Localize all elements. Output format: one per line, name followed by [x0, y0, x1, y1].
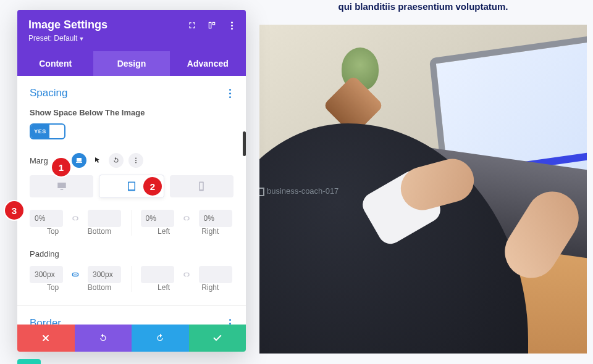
label-bottom: Bottom — [76, 227, 122, 236]
margin-menu-icon[interactable] — [128, 153, 143, 168]
padding-right-input[interactable] — [199, 266, 232, 283]
panel-header: Image Settings Preset: Default▼ — [17, 10, 246, 51]
undo-button[interactable] — [75, 325, 132, 352]
padding-bottom-input[interactable] — [88, 266, 121, 283]
caret-down-icon: ▼ — [78, 36, 84, 42]
settings-panel: Image Settings Preset: Default▼ Content … — [17, 10, 246, 352]
margin-bottom-input[interactable] — [88, 210, 121, 227]
module-outline-handle[interactable] — [259, 188, 264, 196]
panel-body[interactable]: Spacing Show Space Below The Image YES M… — [17, 76, 246, 325]
cancel-button[interactable] — [17, 325, 75, 352]
padding-top-input[interactable] — [30, 266, 63, 283]
label-bottom2: Bottom — [76, 283, 122, 292]
link-pad-top-bottom-icon[interactable] — [69, 268, 82, 281]
image-illustration: business-coach-017 — [259, 25, 587, 354]
link-top-bottom-icon[interactable] — [69, 212, 82, 225]
tab-design[interactable]: Design — [93, 51, 169, 76]
page-settings-tab[interactable] — [17, 359, 41, 364]
spacing-heading[interactable]: Spacing — [30, 87, 67, 99]
image-alt-label: business-coach-017 — [267, 186, 339, 196]
expand-icon[interactable] — [184, 17, 200, 33]
label-left: Left — [141, 227, 187, 236]
margin-top-input[interactable] — [30, 210, 63, 227]
show-space-toggle[interactable]: YES — [30, 123, 65, 139]
annotation-3: 3 — [5, 201, 23, 220]
spacing-menu-icon[interactable] — [227, 89, 233, 98]
link-pad-left-right-icon[interactable] — [180, 268, 193, 281]
device-desktop[interactable] — [30, 175, 93, 197]
padding-grid: Top Bottom Left — [30, 266, 233, 292]
label-left2: Left — [141, 283, 187, 292]
device-tabs — [30, 175, 233, 197]
panel-menu-icon[interactable] — [224, 17, 240, 33]
border-menu-icon[interactable] — [227, 319, 233, 325]
svg-point-1 — [135, 160, 137, 161]
preset-selector[interactable]: Preset: Default▼ — [28, 34, 235, 43]
link-left-right-icon[interactable] — [180, 212, 193, 225]
label-top2: Top — [30, 283, 76, 292]
snap-icon[interactable] — [204, 17, 220, 33]
margin-left-input[interactable] — [141, 210, 174, 227]
panel-footer — [17, 325, 246, 352]
show-space-label: Show Space Below The Image — [30, 108, 233, 117]
scrollbar-thumb[interactable] — [243, 131, 246, 156]
annotation-1: 1 — [52, 158, 70, 176]
border-heading[interactable]: Border — [30, 317, 61, 325]
margin-label: Marg — [30, 156, 48, 165]
reset-icon[interactable] — [109, 153, 124, 168]
tab-bar: Content Design Advanced — [17, 51, 246, 76]
redo-button[interactable] — [132, 325, 189, 352]
label-right: Right — [187, 227, 233, 236]
tab-advanced[interactable]: Advanced — [170, 51, 246, 76]
svg-point-0 — [135, 158, 137, 159]
section-border: Border — [17, 306, 246, 325]
padding-label: Padding — [30, 249, 233, 259]
responsive-toggle-icon[interactable] — [72, 153, 86, 168]
padding-left-input[interactable] — [141, 266, 174, 283]
annotation-2: 2 — [143, 177, 162, 196]
margin-right-input[interactable] — [199, 210, 232, 227]
hover-state-icon[interactable] — [91, 154, 104, 167]
save-button[interactable] — [189, 325, 246, 352]
label-top: Top — [30, 227, 76, 236]
section-spacing: Spacing Show Space Below The Image YES M… — [17, 76, 246, 306]
tab-content[interactable]: Content — [17, 51, 93, 76]
label-right2: Right — [187, 283, 233, 292]
page-paragraph: qui blanditiis praesentium voluptatum. — [259, 0, 587, 14]
svg-point-2 — [135, 162, 137, 163]
image-module[interactable]: business-coach-017 — [259, 25, 587, 354]
margin-grid: Top Bottom Left Right — [30, 210, 233, 236]
device-phone[interactable] — [170, 175, 233, 197]
